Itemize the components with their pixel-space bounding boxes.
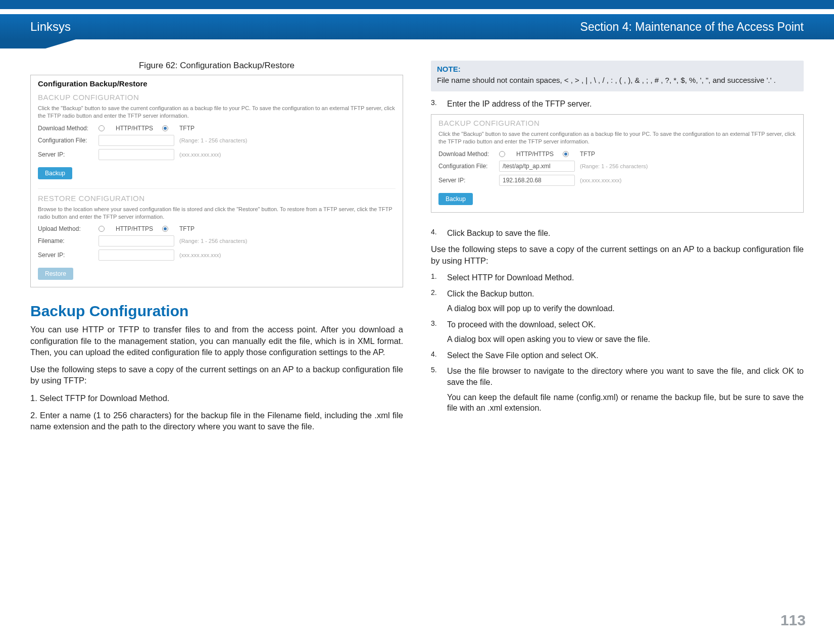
restore-section-title: RESTORE CONFIGURATION <box>38 194 396 203</box>
section-title: Section 4: Maintenance of the Access Poi… <box>580 20 804 34</box>
radio-http-label: HTTP/HTTPS <box>116 125 153 132</box>
step-3: 3. Enter the IP address of the TFTP serv… <box>431 98 804 110</box>
download-method-row: Download Method: HTTP/HTTPS TFTP <box>38 125 396 132</box>
config-file-hint: (Range: 1 - 256 characters) <box>179 137 248 143</box>
step-2: 2. Enter a name (1 to 256 characters) fo… <box>30 410 403 432</box>
radio-tftp-restore-label: TFTP <box>179 225 194 232</box>
left-column: Figure 62: Configuration Backup/Restore … <box>30 61 403 614</box>
screenshot-backup-filled: BACKUP CONFIGURATION Click the "Backup" … <box>431 114 804 213</box>
backup-button[interactable]: Backup <box>38 167 72 179</box>
step-4-text: Click Backup to save the file. <box>447 228 804 239</box>
list-item: 5.Use the file browser to navigate to th… <box>431 366 804 413</box>
step-number: 5. <box>431 366 440 413</box>
list-item: 4.Select the Save File option and select… <box>431 350 804 361</box>
step-3-number: 3. <box>431 98 440 110</box>
step-number: 2. <box>431 288 440 314</box>
radio-http-label-2: HTTP/HTTPS <box>516 151 554 158</box>
panel-title: Configuration Backup/Restore <box>38 79 396 88</box>
filename-row: Filename: (Range: 1 - 256 characters) <box>38 235 396 246</box>
config-file-row-2: Configuration File: (Range: 1 - 256 char… <box>438 161 796 172</box>
step-number: 3. <box>431 319 440 345</box>
step-subtext: You can keep the default file name (conf… <box>447 392 804 414</box>
step-subtext: A dialog box will open asking you to vie… <box>447 334 804 345</box>
step-1: 1. Select TFTP for Download Method. <box>30 392 403 404</box>
restore-server-ip-input[interactable] <box>99 250 174 261</box>
radio-tftp-restore[interactable] <box>162 226 168 232</box>
restore-server-ip-hint: (xxx.xxx.xxx.xxx) <box>179 252 221 258</box>
restore-server-ip-row: Server IP: (xxx.xxx.xxx.xxx) <box>38 250 396 261</box>
list-item: 3.To proceed with the download, select O… <box>431 319 804 345</box>
backup-section-title-2: BACKUP CONFIGURATION <box>438 119 796 127</box>
section-heading: Backup Configuration <box>30 303 403 320</box>
download-method-label: Download Method: <box>38 125 99 132</box>
server-ip-row: Server IP: (xxx.xxx.xxx.xxx) <box>38 149 396 160</box>
document-page: Linksys Section 4: Maintenance of the Ac… <box>0 0 834 644</box>
content-area: Figure 62: Configuration Backup/Restore … <box>30 61 804 614</box>
config-file-label: Configuration File: <box>38 137 99 144</box>
list-item: 1.Select HTTP for Download Method. <box>431 272 804 283</box>
radio-tftp-2[interactable] <box>563 151 569 157</box>
filename-label: Filename: <box>38 237 99 244</box>
backup-section-title: BACKUP CONFIGURATION <box>38 93 396 102</box>
restore-button[interactable]: Restore <box>38 268 73 280</box>
step-text: To proceed with the download, select OK.… <box>447 319 804 345</box>
paragraph-intro: You can use HTTP or TFTP to transfer fil… <box>30 324 403 358</box>
radio-tftp-label-2: TFTP <box>580 151 595 158</box>
brand-text: Linksys <box>30 20 71 34</box>
step-subtext: A dialog box will pop up to verify the d… <box>447 303 804 314</box>
note-body: File name should not contain spaces, < ,… <box>437 75 798 85</box>
right-column: NOTE: File name should not contain space… <box>431 61 804 614</box>
server-ip-input-2[interactable] <box>499 175 575 186</box>
note-box: NOTE: File name should not contain space… <box>431 61 804 91</box>
backup-description-2: Click the "Backup" button to save the cu… <box>438 130 796 145</box>
note-title: NOTE: <box>437 65 798 73</box>
step-4-number: 4. <box>431 228 440 239</box>
filename-input[interactable] <box>99 235 174 246</box>
radio-tftp-label: TFTP <box>179 125 194 132</box>
step-text: Select the Save File option and select O… <box>447 350 804 361</box>
page-number: 113 <box>780 612 806 629</box>
radio-http-restore-label: HTTP/HTTPS <box>116 225 153 232</box>
restore-description: Browse to the location where your saved … <box>38 206 396 221</box>
step-number: 4. <box>431 350 440 361</box>
config-file-hint-2: (Range: 1 - 256 characters) <box>580 163 648 169</box>
radio-http-2[interactable] <box>499 151 505 157</box>
list-item: 2.Click the Backup button.A dialog box w… <box>431 288 804 314</box>
http-steps-list: 1.Select HTTP for Download Method.2.Clic… <box>431 272 804 414</box>
config-file-input-2[interactable] <box>499 161 575 172</box>
step-text: Use the file browser to navigate to the … <box>447 366 804 413</box>
step-4: 4. Click Backup to save the file. <box>431 228 804 239</box>
backup-button-2[interactable]: Backup <box>438 193 473 205</box>
server-ip-input[interactable] <box>99 149 174 160</box>
step-number: 1. <box>431 272 440 283</box>
config-file-input[interactable] <box>99 135 174 146</box>
server-ip-hint: (xxx.xxx.xxx.xxx) <box>179 152 221 158</box>
radio-tftp[interactable] <box>162 125 168 131</box>
paragraph-http-intro: Use the following steps to save a copy o… <box>431 243 804 266</box>
upload-method-label: Upload Method: <box>38 225 99 232</box>
top-accent-band <box>0 0 834 9</box>
paragraph-tftp-intro: Use the following steps to save a copy o… <box>30 364 403 386</box>
upload-method-row: Upload Method: HTTP/HTTPS TFTP <box>38 225 396 232</box>
step-text: Select HTTP for Download Method. <box>447 272 804 283</box>
restore-server-ip-label: Server IP: <box>38 252 99 259</box>
radio-http-restore[interactable] <box>99 226 105 232</box>
screenshot-backup-restore: Configuration Backup/Restore BACKUP CONF… <box>30 75 403 287</box>
step-3-text: Enter the IP address of the TFTP server. <box>447 98 804 110</box>
radio-http[interactable] <box>99 125 105 131</box>
filename-hint: (Range: 1 - 256 characters) <box>179 238 248 244</box>
backup-description: Click the "Backup" button to save the cu… <box>38 105 396 120</box>
download-method-row-2: Download Method: HTTP/HTTPS TFTP <box>438 151 796 158</box>
page-header: Linksys Section 4: Maintenance of the Ac… <box>0 14 834 39</box>
config-file-row: Configuration File: (Range: 1 - 256 char… <box>38 135 396 146</box>
server-ip-label-2: Server IP: <box>438 177 499 184</box>
server-ip-hint-2: (xxx.xxx.xxx.xxx) <box>580 177 622 183</box>
step-text: Click the Backup button.A dialog box wil… <box>447 288 804 314</box>
divider <box>38 188 396 189</box>
download-method-label-2: Download Method: <box>438 151 499 158</box>
figure-caption: Figure 62: Configuration Backup/Restore <box>30 61 403 71</box>
server-ip-label: Server IP: <box>38 151 99 158</box>
server-ip-row-2: Server IP: (xxx.xxx.xxx.xxx) <box>438 175 796 186</box>
config-file-label-2: Configuration File: <box>438 163 499 170</box>
